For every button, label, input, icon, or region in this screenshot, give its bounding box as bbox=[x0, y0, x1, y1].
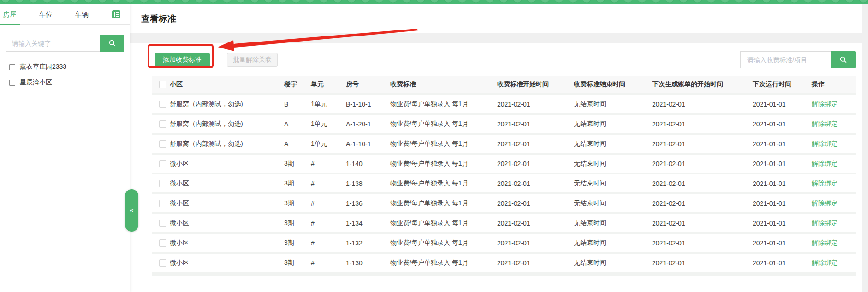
page-title: 查看标准 bbox=[141, 13, 176, 25]
cell-room: 1-138 bbox=[344, 173, 388, 193]
standard-search-input[interactable] bbox=[740, 51, 831, 68]
unbind-link[interactable]: 解除绑定 bbox=[812, 259, 838, 266]
cell-fee-standard: 物业费/每户单独录入 每1月 bbox=[388, 193, 495, 213]
column-header: 小区 bbox=[168, 76, 282, 94]
sidebar-search-button[interactable] bbox=[100, 35, 124, 52]
cell-community: 舒服窝（内部测试，勿选) bbox=[168, 114, 282, 134]
column-header: 收费标准结束时间 bbox=[572, 76, 650, 94]
table-row: 微小区 3期 # 1-132 物业费/每户单独录入 每1月 2021-02-01… bbox=[152, 233, 856, 253]
cell-action: 解除绑定 bbox=[810, 154, 856, 173]
cell-next-bill-start-date: 2021-02-01 bbox=[650, 233, 751, 253]
cell-community: 微小区 bbox=[168, 213, 282, 233]
layout-panel-icon[interactable] bbox=[112, 10, 120, 18]
select-all-checkbox[interactable] bbox=[159, 81, 166, 88]
collapse-chevrons-icon: « bbox=[130, 206, 134, 215]
expand-plus-icon[interactable] bbox=[9, 64, 15, 70]
cell-community: 舒服窝（内部测试，勿选) bbox=[168, 94, 282, 114]
keyword-search-input[interactable] bbox=[6, 35, 100, 52]
cell-next-bill-start-date: 2021-02-01 bbox=[650, 173, 751, 193]
expand-plus-icon[interactable] bbox=[9, 80, 15, 86]
cell-next-run-date: 2021-01-01 bbox=[751, 114, 810, 134]
row-checkbox[interactable] bbox=[159, 200, 166, 207]
cell-end-date: 无结束时间 bbox=[572, 134, 650, 154]
cell-action: 解除绑定 bbox=[810, 114, 856, 134]
unbind-link[interactable]: 解除绑定 bbox=[812, 140, 838, 147]
tree-item-community[interactable]: 薰衣草庄园2333 bbox=[0, 59, 130, 75]
sidebar-collapse-handle[interactable]: « bbox=[125, 189, 138, 232]
cell-building: 3期 bbox=[282, 233, 309, 253]
cell-start-date: 2021-02-01 bbox=[495, 213, 572, 233]
unbind-link[interactable]: 解除绑定 bbox=[812, 179, 838, 187]
cell-end-date: 无结束时间 bbox=[572, 213, 650, 233]
cell-unit: # bbox=[309, 213, 344, 233]
row-checkbox-cell bbox=[152, 173, 168, 193]
column-header: 楼宇 bbox=[282, 76, 309, 94]
cell-building: A bbox=[282, 134, 309, 154]
cell-next-bill-start-date: 2021-02-01 bbox=[650, 213, 751, 233]
table-row: 微小区 3期 # 1-136 物业费/每户单独录入 每1月 2021-02-01… bbox=[152, 193, 856, 213]
table-row: 微小区 3期 # 1-140 物业费/每户单独录入 每1月 2021-02-01… bbox=[152, 154, 856, 173]
cell-fee-standard: 物业费/每户单独录入 每1月 bbox=[388, 233, 495, 253]
unbind-link[interactable]: 解除绑定 bbox=[812, 199, 838, 207]
column-header: 收费标准开始时间 bbox=[495, 76, 572, 94]
row-checkbox-cell bbox=[152, 233, 168, 253]
tree-item-community[interactable]: 星辰湾小区 bbox=[0, 75, 130, 90]
cell-unit: # bbox=[309, 173, 344, 193]
header-checkbox-cell bbox=[152, 76, 168, 94]
unbind-link[interactable]: 解除绑定 bbox=[812, 239, 838, 246]
unbind-link[interactable]: 解除绑定 bbox=[812, 100, 838, 107]
cell-start-date: 2021-02-01 bbox=[495, 253, 572, 273]
standard-search-button[interactable] bbox=[831, 51, 856, 68]
cell-unit: # bbox=[309, 193, 344, 213]
row-checkbox[interactable] bbox=[159, 220, 166, 227]
tab-vehicles[interactable]: 车辆 bbox=[75, 4, 89, 25]
add-fee-standard-button[interactable]: 添加收费标准 bbox=[155, 53, 210, 67]
cell-fee-standard: 物业费/每户单独录入 每1月 bbox=[388, 173, 495, 193]
cell-room: A-1-10-1 bbox=[344, 134, 388, 154]
cell-start-date: 2021-02-01 bbox=[495, 94, 572, 114]
cell-unit: # bbox=[309, 233, 344, 253]
cell-building: 3期 bbox=[282, 193, 309, 213]
tab-parking[interactable]: 车位 bbox=[39, 4, 53, 25]
row-checkbox[interactable] bbox=[159, 160, 166, 167]
cell-fee-standard: 物业费/每户单独录入 每1月 bbox=[388, 154, 495, 173]
tree-item-label: 星辰湾小区 bbox=[20, 78, 52, 87]
unbind-link[interactable]: 解除绑定 bbox=[812, 219, 838, 226]
cell-building: 3期 bbox=[282, 173, 309, 193]
cell-next-run-date: 2021-01-01 bbox=[751, 154, 810, 173]
cell-next-bill-start-date: 2021-02-01 bbox=[650, 134, 751, 154]
cell-action: 解除绑定 bbox=[810, 134, 856, 154]
table-row: 微小区 3期 # 1-138 物业费/每户单独录入 每1月 2021-02-01… bbox=[152, 173, 856, 193]
cell-end-date: 无结束时间 bbox=[572, 253, 650, 273]
row-checkbox[interactable] bbox=[159, 239, 166, 247]
table-bottom-strip bbox=[152, 274, 856, 276]
cell-next-run-date: 2021-01-01 bbox=[751, 253, 810, 273]
row-checkbox-cell bbox=[152, 253, 168, 273]
cell-start-date: 2021-02-01 bbox=[495, 233, 572, 253]
main-area: « 查看标准 添加收费标准 批量解除关联 bbox=[130, 4, 868, 292]
cell-start-date: 2021-02-01 bbox=[495, 173, 572, 193]
table-row: 舒服窝（内部测试，勿选) A 1单元 A-1-10-1 物业费/每户单独录入 每… bbox=[152, 134, 856, 154]
standard-search bbox=[740, 51, 856, 68]
unbind-link[interactable]: 解除绑定 bbox=[812, 160, 838, 167]
cell-end-date: 无结束时间 bbox=[572, 94, 650, 114]
cell-fee-standard: 物业费/每户单独录入 每1月 bbox=[388, 213, 495, 233]
cell-community: 微小区 bbox=[168, 154, 282, 173]
cell-community: 微小区 bbox=[168, 173, 282, 193]
row-checkbox[interactable] bbox=[159, 140, 166, 148]
row-checkbox[interactable] bbox=[159, 180, 166, 187]
tab-houses[interactable]: 房屋 bbox=[3, 4, 17, 25]
unbind-link[interactable]: 解除绑定 bbox=[812, 120, 838, 127]
batch-unlink-button[interactable]: 批量解除关联 bbox=[227, 53, 278, 67]
cell-next-bill-start-date: 2021-02-01 bbox=[650, 253, 751, 273]
cell-start-date: 2021-02-01 bbox=[495, 134, 572, 154]
row-checkbox[interactable] bbox=[159, 101, 166, 108]
content-card: 添加收费标准 批量解除关联 bbox=[130, 43, 862, 292]
browser-top-bar bbox=[0, 0, 868, 4]
sidebar-search bbox=[6, 35, 124, 52]
table-header-row: 小区楼宇单元房号收费标准收费标准开始时间收费标准结束时间下次生成账单的开始时间下… bbox=[152, 76, 856, 94]
cell-next-run-date: 2021-01-01 bbox=[751, 213, 810, 233]
cell-room: B-1-10-1 bbox=[344, 94, 388, 114]
row-checkbox[interactable] bbox=[159, 259, 166, 267]
row-checkbox[interactable] bbox=[159, 120, 166, 128]
